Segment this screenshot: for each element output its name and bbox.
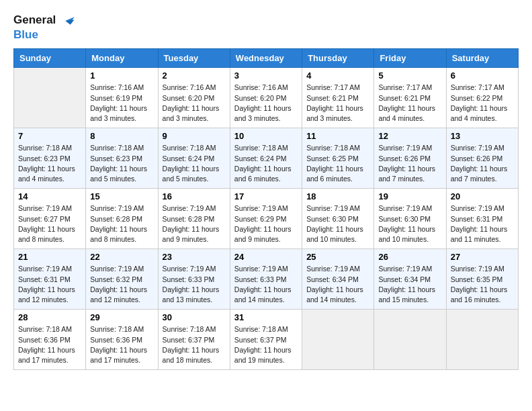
day-number: 27 — [451, 252, 514, 262]
day-info: Sunrise: 7:19 AMSunset: 6:27 PMDaylight:… — [18, 203, 81, 244]
day-info: Sunrise: 7:18 AMSunset: 6:37 PMDaylight:… — [234, 324, 298, 365]
day-info: Sunrise: 7:18 AMSunset: 6:36 PMDaylight:… — [90, 324, 153, 365]
calendar-day-cell: 31Sunrise: 7:18 AMSunset: 6:37 PMDayligh… — [230, 310, 302, 370]
day-info: Sunrise: 7:19 AMSunset: 6:33 PMDaylight:… — [234, 264, 298, 305]
calendar-day-cell — [446, 310, 518, 370]
day-number: 7 — [18, 131, 81, 141]
logo: General Blue — [13, 13, 75, 42]
day-number: 23 — [163, 252, 226, 262]
day-info: Sunrise: 7:19 AMSunset: 6:26 PMDaylight:… — [378, 143, 441, 184]
calendar-day-cell — [302, 310, 374, 370]
day-number: 15 — [90, 191, 153, 201]
calendar-day-cell: 21Sunrise: 7:19 AMSunset: 6:31 PMDayligh… — [14, 249, 86, 310]
day-of-week-header: Tuesday — [158, 49, 230, 68]
day-info: Sunrise: 7:19 AMSunset: 6:30 PMDaylight:… — [378, 203, 441, 244]
calendar-day-cell: 4Sunrise: 7:17 AMSunset: 6:21 PMDaylight… — [302, 68, 374, 128]
logo-general: General — [13, 13, 56, 26]
calendar-day-cell: 15Sunrise: 7:19 AMSunset: 6:28 PMDayligh… — [86, 189, 158, 249]
day-info: Sunrise: 7:18 AMSunset: 6:25 PMDaylight:… — [306, 143, 369, 184]
calendar-day-cell: 30Sunrise: 7:18 AMSunset: 6:37 PMDayligh… — [158, 310, 230, 370]
calendar-day-cell: 28Sunrise: 7:18 AMSunset: 6:36 PMDayligh… — [14, 310, 86, 370]
day-of-week-header: Sunday — [14, 49, 86, 68]
day-info: Sunrise: 7:18 AMSunset: 6:24 PMDaylight:… — [163, 143, 226, 184]
day-number: 28 — [18, 312, 81, 322]
calendar-week-row: 28Sunrise: 7:18 AMSunset: 6:36 PMDayligh… — [14, 310, 519, 370]
day-number: 22 — [90, 252, 153, 262]
day-number: 6 — [451, 71, 514, 81]
calendar-day-cell: 22Sunrise: 7:19 AMSunset: 6:32 PMDayligh… — [86, 249, 158, 310]
calendar-day-cell: 29Sunrise: 7:18 AMSunset: 6:36 PMDayligh… — [86, 310, 158, 370]
day-info: Sunrise: 7:16 AMSunset: 6:20 PMDaylight:… — [163, 83, 226, 124]
day-number: 18 — [306, 191, 369, 201]
day-info: Sunrise: 7:18 AMSunset: 6:36 PMDaylight:… — [18, 324, 81, 365]
calendar-day-cell — [374, 310, 446, 370]
day-info: Sunrise: 7:18 AMSunset: 6:24 PMDaylight:… — [234, 143, 298, 184]
calendar-day-cell: 12Sunrise: 7:19 AMSunset: 6:26 PMDayligh… — [374, 128, 446, 189]
calendar-day-cell: 1Sunrise: 7:16 AMSunset: 6:19 PMDaylight… — [86, 68, 158, 128]
calendar-day-cell: 20Sunrise: 7:19 AMSunset: 6:31 PMDayligh… — [446, 189, 518, 249]
day-number: 17 — [234, 191, 298, 201]
calendar-day-cell: 10Sunrise: 7:18 AMSunset: 6:24 PMDayligh… — [230, 128, 302, 189]
calendar-day-cell — [14, 68, 86, 128]
calendar-day-cell: 2Sunrise: 7:16 AMSunset: 6:20 PMDaylight… — [158, 68, 230, 128]
day-info: Sunrise: 7:17 AMSunset: 6:21 PMDaylight:… — [306, 83, 369, 124]
day-info: Sunrise: 7:19 AMSunset: 6:33 PMDaylight:… — [163, 264, 226, 305]
day-number: 13 — [451, 131, 514, 141]
day-number: 26 — [378, 252, 441, 262]
day-number: 24 — [234, 252, 298, 262]
calendar-day-cell: 7Sunrise: 7:18 AMSunset: 6:23 PMDaylight… — [14, 128, 86, 189]
day-number: 16 — [163, 191, 226, 201]
day-info: Sunrise: 7:19 AMSunset: 6:35 PMDaylight:… — [451, 264, 514, 305]
day-of-week-header: Thursday — [302, 49, 374, 68]
day-info: Sunrise: 7:19 AMSunset: 6:34 PMDaylight:… — [378, 264, 441, 305]
day-number: 2 — [163, 71, 226, 81]
calendar-day-cell: 23Sunrise: 7:19 AMSunset: 6:33 PMDayligh… — [158, 249, 230, 310]
day-info: Sunrise: 7:18 AMSunset: 6:23 PMDaylight:… — [18, 143, 81, 184]
calendar-day-cell: 16Sunrise: 7:19 AMSunset: 6:28 PMDayligh… — [158, 189, 230, 249]
day-number: 10 — [234, 131, 298, 141]
day-number: 5 — [378, 71, 441, 81]
day-of-week-header: Monday — [86, 49, 158, 68]
calendar-table: SundayMondayTuesdayWednesdayThursdayFrid… — [13, 48, 519, 370]
calendar-day-cell: 27Sunrise: 7:19 AMSunset: 6:35 PMDayligh… — [446, 249, 518, 310]
day-number: 1 — [90, 71, 153, 81]
day-of-week-header: Saturday — [446, 49, 518, 68]
calendar-day-cell: 8Sunrise: 7:18 AMSunset: 6:23 PMDaylight… — [86, 128, 158, 189]
calendar-day-cell: 25Sunrise: 7:19 AMSunset: 6:34 PMDayligh… — [302, 249, 374, 310]
calendar-day-cell: 14Sunrise: 7:19 AMSunset: 6:27 PMDayligh… — [14, 189, 86, 249]
calendar-day-cell: 3Sunrise: 7:16 AMSunset: 6:20 PMDaylight… — [230, 68, 302, 128]
day-info: Sunrise: 7:19 AMSunset: 6:34 PMDaylight:… — [306, 264, 369, 305]
calendar-week-row: 14Sunrise: 7:19 AMSunset: 6:27 PMDayligh… — [14, 189, 519, 249]
day-info: Sunrise: 7:19 AMSunset: 6:30 PMDaylight:… — [306, 203, 369, 244]
calendar-day-cell: 17Sunrise: 7:19 AMSunset: 6:29 PMDayligh… — [230, 189, 302, 249]
day-number: 21 — [18, 252, 81, 262]
calendar-day-cell: 11Sunrise: 7:18 AMSunset: 6:25 PMDayligh… — [302, 128, 374, 189]
calendar-day-cell: 18Sunrise: 7:19 AMSunset: 6:30 PMDayligh… — [302, 189, 374, 249]
day-number: 31 — [234, 312, 298, 322]
day-number: 11 — [306, 131, 369, 141]
day-info: Sunrise: 7:19 AMSunset: 6:31 PMDaylight:… — [18, 264, 81, 305]
day-number: 8 — [90, 131, 153, 141]
day-info: Sunrise: 7:16 AMSunset: 6:20 PMDaylight:… — [234, 83, 298, 124]
calendar-week-row: 21Sunrise: 7:19 AMSunset: 6:31 PMDayligh… — [14, 249, 519, 310]
logo-blue: Blue — [13, 28, 38, 41]
day-info: Sunrise: 7:18 AMSunset: 6:37 PMDaylight:… — [163, 324, 226, 365]
day-number: 19 — [378, 191, 441, 201]
calendar-day-cell: 19Sunrise: 7:19 AMSunset: 6:30 PMDayligh… — [374, 189, 446, 249]
day-info: Sunrise: 7:19 AMSunset: 6:28 PMDaylight:… — [163, 203, 226, 244]
day-info: Sunrise: 7:19 AMSunset: 6:29 PMDaylight:… — [234, 203, 298, 244]
day-number: 4 — [306, 71, 369, 81]
day-info: Sunrise: 7:17 AMSunset: 6:22 PMDaylight:… — [451, 83, 514, 124]
calendar-header-row: SundayMondayTuesdayWednesdayThursdayFrid… — [14, 49, 519, 68]
day-number: 30 — [163, 312, 226, 322]
day-number: 9 — [163, 131, 226, 141]
day-number: 20 — [451, 191, 514, 201]
page-header: General Blue — [13, 13, 519, 42]
day-number: 29 — [90, 312, 153, 322]
day-info: Sunrise: 7:19 AMSunset: 6:26 PMDaylight:… — [451, 143, 514, 184]
calendar-day-cell: 6Sunrise: 7:17 AMSunset: 6:22 PMDaylight… — [446, 68, 518, 128]
day-info: Sunrise: 7:19 AMSunset: 6:28 PMDaylight:… — [90, 203, 153, 244]
calendar-week-row: 7Sunrise: 7:18 AMSunset: 6:23 PMDaylight… — [14, 128, 519, 189]
day-number: 3 — [234, 71, 298, 81]
day-number: 14 — [18, 191, 81, 201]
